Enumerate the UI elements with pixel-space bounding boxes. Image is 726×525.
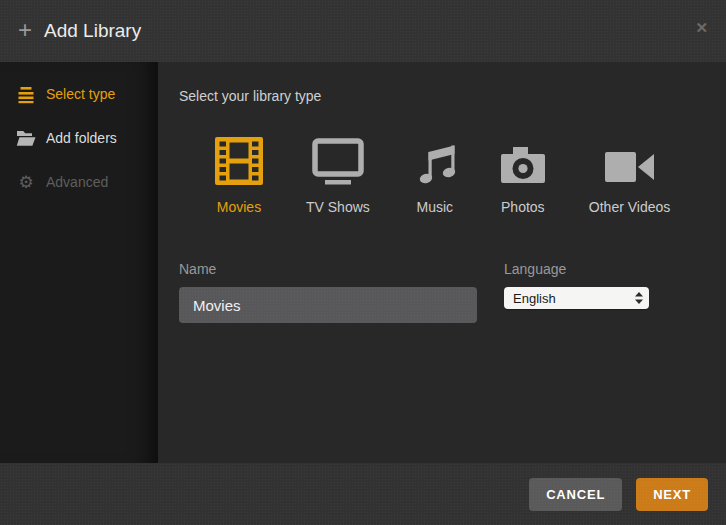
library-type-heading: Select your library type [179, 88, 706, 104]
sidebar-item-label: Add folders [46, 130, 117, 146]
language-label: Language [504, 261, 649, 277]
language-select[interactable]: English [504, 287, 649, 309]
dialog-footer: CANCEL NEXT [0, 463, 726, 525]
sidebar-item-label: Select type [46, 86, 115, 102]
select-updown-icon [635, 292, 643, 304]
language-field-group: Language English [504, 261, 649, 309]
library-type-movies[interactable]: Movies [215, 137, 263, 215]
music-note-icon [413, 137, 457, 185]
sidebar-item-add-folders[interactable]: Add folders [0, 116, 158, 160]
dialog-title: Add Library [44, 20, 141, 42]
next-button[interactable]: NEXT [636, 478, 708, 511]
name-label: Name [179, 261, 477, 277]
dialog-body: Select type Add folders ⚙ Advanced [0, 62, 726, 463]
camera-icon [500, 137, 546, 185]
sidebar-item-select-type[interactable]: Select type [0, 72, 158, 116]
dialog-header: + Add Library ✕ [0, 0, 726, 62]
library-type-label: Movies [217, 199, 261, 215]
language-selected-value: English [513, 291, 635, 306]
library-type-row: Movies TV Shows [215, 137, 706, 215]
add-library-dialog: + Add Library ✕ Select type [0, 0, 726, 525]
plus-icon: + [18, 18, 32, 42]
close-icon[interactable]: ✕ [695, 20, 708, 35]
library-name-input[interactable] [179, 287, 477, 323]
sidebar-item-advanced[interactable]: ⚙ Advanced [0, 160, 158, 204]
steps-sidebar: Select type Add folders ⚙ Advanced [0, 62, 158, 463]
sidebar-item-label: Advanced [46, 174, 108, 190]
library-type-label: TV Shows [306, 199, 370, 215]
main-panel: Select your library type [158, 62, 726, 463]
video-camera-icon [604, 137, 656, 185]
folder-icon [16, 128, 36, 148]
tv-icon [312, 137, 364, 185]
cancel-button[interactable]: CANCEL [529, 478, 622, 511]
library-type-tv-shows[interactable]: TV Shows [306, 137, 370, 215]
library-type-label: Photos [501, 199, 545, 215]
type-lines-icon [16, 84, 36, 104]
library-type-label: Music [417, 199, 454, 215]
library-type-label: Other Videos [589, 199, 670, 215]
library-type-photos[interactable]: Photos [500, 137, 546, 215]
fields-row: Name Language English [179, 261, 706, 323]
library-type-other-videos[interactable]: Other Videos [589, 137, 670, 215]
gear-icon: ⚙ [16, 172, 36, 192]
name-field-group: Name [179, 261, 477, 323]
film-strip-icon [215, 137, 263, 185]
library-type-music[interactable]: Music [413, 137, 457, 215]
